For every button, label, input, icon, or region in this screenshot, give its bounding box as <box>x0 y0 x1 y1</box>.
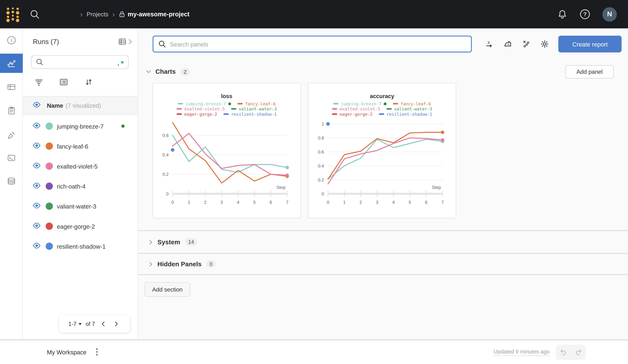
legend-item: fancy-leaf-6 <box>393 101 431 106</box>
clipboard-icon <box>7 106 16 115</box>
prev-page-button[interactable] <box>99 319 108 328</box>
rail-logs-item[interactable] <box>0 148 23 167</box>
add-section-button[interactable]: Add section <box>145 282 190 297</box>
visibility-eye-icon[interactable] <box>33 143 41 148</box>
expand-runs-table-button[interactable] <box>118 37 132 46</box>
legend-item: eager-gorge-2 <box>177 112 217 116</box>
name-column-label: Name <box>47 102 63 109</box>
charts-section-header[interactable]: Charts 2 Add panel <box>145 65 614 78</box>
notifications-bell-icon[interactable] <box>557 9 567 19</box>
display-settings-button[interactable] <box>58 76 70 88</box>
visibility-eye-icon[interactable] <box>33 242 41 248</box>
run-row[interactable]: resilient-shadow-1 <box>23 236 138 256</box>
outliers-scatter-icon <box>522 39 531 49</box>
workspace-settings-button[interactable] <box>538 37 551 51</box>
visibility-eye-icon[interactable] <box>33 122 41 128</box>
search-panels-input[interactable] <box>170 41 466 47</box>
svg-text:6: 6 <box>425 200 427 205</box>
user-avatar[interactable]: N <box>602 7 617 21</box>
filter-runs-button[interactable] <box>33 76 45 88</box>
legend-swatch <box>177 113 182 115</box>
legend-swatch <box>387 108 392 110</box>
system-section-header[interactable]: System 14 <box>138 230 628 253</box>
run-visibility-toggle[interactable] <box>33 143 41 150</box>
sort-runs-button[interactable] <box>83 76 94 88</box>
runs-tools-row <box>23 76 138 88</box>
svg-text:i: i <box>11 37 12 43</box>
charts-count-badge: 2 <box>180 68 190 75</box>
svg-text:0.6: 0.6 <box>162 133 169 138</box>
runs-name-header[interactable]: Name (7 visualized) <box>23 96 138 115</box>
legend-item: jumping-breeze-7 <box>178 101 231 106</box>
workspace-menu-button[interactable] <box>92 347 102 357</box>
chevron-right-icon <box>147 238 154 246</box>
rail-sweeps-item[interactable] <box>0 125 23 145</box>
top-nav-bar: › Projects › my-awesome-project ? N <box>0 0 628 28</box>
run-row[interactable]: exalted-violet-5 <box>23 156 138 176</box>
svg-text:4: 4 <box>237 200 239 205</box>
page-size-dropdown[interactable]: 1-7 <box>68 321 81 327</box>
legend-swatch <box>231 108 236 110</box>
legend-swatch <box>177 108 182 110</box>
run-row[interactable]: jumping-breeze-7 <box>23 116 138 136</box>
smoothing-settings-button[interactable] <box>501 37 515 51</box>
panel-toolbar: x <box>153 36 622 53</box>
visibility-eye-icon[interactable] <box>33 182 41 188</box>
legend-item: jumping-breeze-7 <box>333 101 387 106</box>
run-visibility-toggle[interactable] <box>33 222 41 230</box>
rail-notes-item[interactable] <box>0 101 23 120</box>
broom-icon <box>7 130 16 140</box>
hidden-panels-section-header[interactable]: Hidden Panels 0 <box>138 253 628 275</box>
breadcrumb-project-current[interactable]: my-awesome-project <box>119 10 189 18</box>
breadcrumb-projects-link[interactable]: Projects <box>87 11 108 18</box>
run-row[interactable]: eager-gorge-2 <box>23 216 138 236</box>
chevron-right-icon <box>128 39 132 45</box>
rail-overview-item[interactable]: i <box>0 30 23 50</box>
run-row[interactable]: valiant-water-3 <box>23 196 138 216</box>
x-axis-settings-button[interactable]: x <box>483 37 496 51</box>
svg-text:0.4: 0.4 <box>162 152 169 157</box>
next-page-button[interactable] <box>112 319 121 328</box>
run-visibility-toggle[interactable] <box>33 182 41 190</box>
run-visibility-toggle[interactable] <box>33 122 41 130</box>
run-row[interactable]: fancy-leaf-6 <box>23 136 138 156</box>
visibility-eye-icon[interactable] <box>33 202 41 208</box>
visibility-eye-icon[interactable] <box>33 162 41 168</box>
create-report-button[interactable]: Create report <box>558 36 622 53</box>
visibility-eye-icon[interactable] <box>33 222 41 228</box>
wandb-logo-icon[interactable] <box>5 6 21 23</box>
runs-search-input[interactable] <box>44 59 116 65</box>
runs-search-box: .* <box>31 55 129 69</box>
global-search-icon[interactable] <box>30 9 40 19</box>
run-visibility-toggle[interactable] <box>33 242 41 250</box>
redo-button[interactable] <box>571 345 586 360</box>
sort-icon <box>84 78 93 86</box>
loss-chart-panel[interactable]: loss jumping-breeze-7fancy-leaf-6exalted… <box>153 83 301 218</box>
visualized-count-label: (7 visualized) <box>66 102 101 109</box>
run-row[interactable]: rich-oath-4 <box>23 176 138 196</box>
svg-text:0.2: 0.2 <box>318 177 324 182</box>
last-updated-label: Updated 9 minutes ago <box>493 349 550 356</box>
help-icon[interactable]: ? <box>579 9 590 20</box>
run-visibility-toggle[interactable] <box>33 202 41 210</box>
accuracy-chart-panel[interactable]: accuracy jumping-breeze-7fancy-leaf-6exa… <box>308 83 456 218</box>
svg-text:5: 5 <box>253 200 255 205</box>
chevron-right-icon <box>113 321 119 327</box>
add-panel-button[interactable]: Add panel <box>565 65 614 78</box>
workspace-name-label[interactable]: My Workspace <box>47 349 86 356</box>
visibility-eye-icon[interactable] <box>33 102 41 108</box>
chart-title: loss <box>153 93 300 99</box>
project-name: my-awesome-project <box>128 10 190 18</box>
outliers-settings-button[interactable] <box>520 37 533 51</box>
runs-table-icon <box>118 37 127 46</box>
svg-text:5: 5 <box>409 200 411 205</box>
toggle-all-visibility-eye-icon[interactable] <box>33 102 41 109</box>
rail-charts-item-active[interactable] <box>0 54 23 73</box>
rail-table-item[interactable] <box>0 77 23 96</box>
undo-button[interactable] <box>556 345 571 360</box>
rail-artifacts-item[interactable] <box>0 171 23 191</box>
regex-toggle[interactable]: .* <box>116 59 124 66</box>
run-visibility-toggle[interactable] <box>33 162 41 170</box>
run-name-label: exalted-violet-5 <box>57 163 98 169</box>
legend-item: valiant-water-3 <box>231 106 277 111</box>
